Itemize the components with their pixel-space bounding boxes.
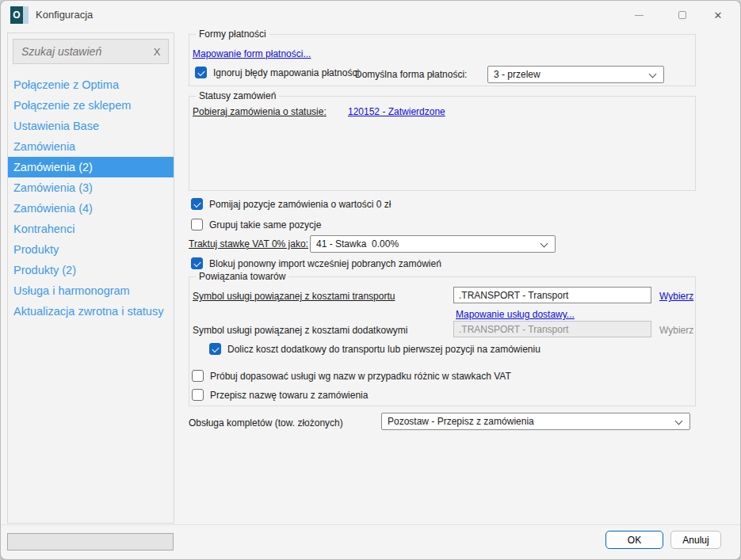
match-vat-row: Próbuj dopasować usługi wg nazw w przypa… (192, 370, 511, 382)
skip-zero-checkbox[interactable] (191, 198, 203, 210)
bundles-select[interactable]: Pozostaw - Przepisz z zamówienia (381, 413, 690, 430)
ignore-payment-errors-row: Ignoruj błędy mapowania płatności (195, 67, 359, 78)
product-links-group: Powiązania towarów Symbol usługi powiąza… (189, 276, 696, 406)
chevron-down-icon (649, 70, 657, 78)
vat-zero-label: Traktuj stawkę VAT 0% jako: (189, 238, 308, 250)
fetch-orders-status-label: Pobieraj zamówienia o statusie: (193, 106, 327, 117)
chevron-down-icon (540, 240, 548, 248)
cancel-button[interactable]: Anuluj (670, 531, 721, 549)
additional-symbol-label: Symbol usługi powiązanej z kosztami doda… (193, 325, 407, 336)
vat-zero-select[interactable]: 41 - Stawka 0.00% (310, 235, 556, 253)
copy-name-checkbox[interactable] (192, 389, 204, 401)
default-payment-select[interactable]: 3 - przelew (487, 66, 664, 83)
copy-name-row: Przepisz nazwę towaru z zamówienia (192, 389, 368, 401)
footer-divider (1, 524, 740, 525)
block-reimport-checkbox[interactable] (191, 257, 203, 269)
ok-button[interactable]: OK (605, 531, 663, 549)
add-cost-checkbox[interactable] (209, 343, 221, 355)
match-vat-checkbox[interactable] (192, 370, 204, 382)
skip-zero-label: Pomijaj pozycje zamówienia o wartości 0 … (209, 199, 391, 210)
block-reimport-label: Blokuj ponowny import wcześniej pobranyc… (209, 258, 441, 269)
order-statuses-group: Statusy zamówień Pobieraj zamówienia o s… (189, 96, 696, 191)
default-payment-label: Domyślna forma płatności: (355, 69, 467, 80)
bundles-label: Obsługa kompletów (tow. złożonych) (189, 417, 343, 429)
order-status-link[interactable]: 120152 - Zatwierdzone (348, 106, 445, 117)
additional-choose-label: Wybierz (659, 325, 693, 336)
bundles-value: Pozostaw - Przepisz z zamówienia (388, 416, 534, 427)
transport-symbol-label: Symbol usługi powiązanej z kosztami tran… (193, 291, 395, 302)
order-statuses-group-title: Statusy zamówień (196, 90, 279, 101)
chevron-down-icon (675, 417, 683, 425)
ignore-payment-errors-label: Ignoruj błędy mapowania płatności (213, 67, 359, 78)
config-dialog: O Konfiguracja ✕ X Połączenie z Optima P… (0, 0, 741, 560)
group-same-row: Grupuj takie same pozycje (191, 219, 321, 230)
transport-symbol-input[interactable] (453, 287, 651, 303)
block-reimport-row: Blokuj ponowny import wcześniej pobranyc… (191, 257, 441, 269)
group-same-checkbox[interactable] (191, 219, 203, 230)
settings-panel: Formy płatności Mapowanie form płatności… (1, 1, 740, 559)
skip-zero-row: Pomijaj pozycje zamówienia o wartości 0 … (191, 198, 391, 210)
vat-zero-value: 41 - Stawka 0.00% (316, 238, 399, 250)
match-vat-label: Próbuj dopasować usługi wg nazw w przypa… (210, 371, 511, 382)
transport-choose-link[interactable]: Wybierz (659, 291, 693, 302)
default-payment-value: 3 - przelew (494, 69, 540, 80)
add-cost-row: Dolicz koszt dodatkowy do transportu lub… (209, 343, 540, 355)
add-cost-label: Dolicz koszt dodatkowy do transportu lub… (227, 344, 540, 355)
payment-mapping-link[interactable]: Mapowanie form płatności... (193, 48, 311, 59)
group-same-label: Grupuj takie same pozycje (209, 219, 321, 230)
payment-forms-group-title: Formy płatności (196, 29, 269, 40)
ignore-payment-errors-checkbox[interactable] (195, 67, 207, 78)
product-links-group-title: Powiązania towarów (196, 271, 288, 282)
additional-symbol-input (453, 321, 651, 337)
payment-forms-group: Formy płatności Mapowanie form płatności… (189, 34, 696, 86)
copy-name-label: Przepisz nazwę towaru z zamówienia (210, 390, 368, 401)
delivery-mapping-link[interactable]: Mapowanie usług dostawy... (456, 309, 575, 320)
